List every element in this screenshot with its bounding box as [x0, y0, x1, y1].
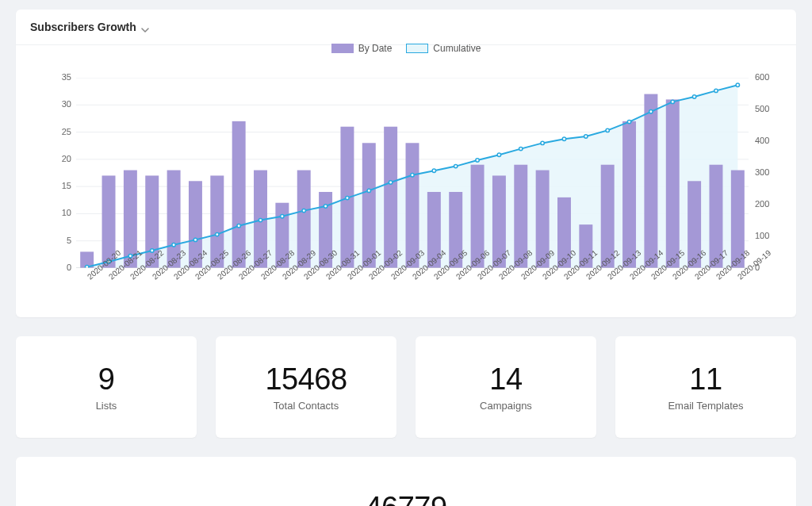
- y-right-tick: 300: [755, 167, 769, 177]
- svg-point-58: [476, 159, 479, 162]
- chart-header[interactable]: Subscribers Growth: [16, 10, 796, 45]
- stat-value: 9: [98, 362, 115, 397]
- svg-point-68: [692, 95, 695, 98]
- svg-point-57: [454, 164, 458, 167]
- svg-point-63: [584, 135, 588, 138]
- y-right-tick: 100: [755, 231, 769, 240]
- y-right-tick: 200: [755, 199, 769, 209]
- svg-point-47: [237, 224, 240, 228]
- y-left-tick: 10: [48, 208, 71, 217]
- chart-legend: By Date Cumulative: [16, 43, 796, 54]
- subscribers-growth-card: Subscribers Growth By Date Cumulative 05…: [16, 10, 796, 317]
- svg-point-53: [367, 189, 370, 192]
- svg-point-69: [714, 89, 718, 92]
- svg-point-51: [324, 205, 327, 208]
- legend-label: Cumulative: [433, 43, 481, 54]
- chart-title: Subscribers Growth: [30, 21, 136, 33]
- legend-swatch-line: [406, 44, 428, 53]
- y-left-tick: 0: [48, 263, 71, 272]
- stat-lists[interactable]: 9 Lists: [16, 336, 197, 438]
- y-left-tick: 5: [48, 236, 71, 245]
- svg-point-55: [411, 174, 414, 177]
- y-left-tick: 35: [48, 72, 71, 82]
- svg-point-60: [519, 147, 523, 150]
- svg-point-44: [172, 243, 175, 247]
- stat-value: 11: [689, 362, 722, 397]
- svg-point-70: [736, 83, 739, 86]
- stat-value: 15468: [265, 362, 347, 397]
- y-right-tick: 500: [755, 104, 769, 113]
- legend-by-date[interactable]: By Date: [331, 43, 393, 54]
- svg-point-56: [432, 169, 435, 172]
- svg-point-48: [259, 218, 262, 221]
- svg-point-43: [151, 249, 154, 252]
- svg-point-54: [389, 181, 392, 184]
- stat-label: Lists: [96, 400, 117, 412]
- y-left-tick: 25: [48, 127, 71, 136]
- stats-row: 9 Lists 15468 Total Contacts 14 Campaign…: [16, 336, 796, 438]
- stat-email-templates[interactable]: 11 Email Templates: [615, 336, 796, 438]
- svg-point-46: [216, 232, 219, 236]
- x-axis-labels: 2020-08-202020-08-212020-08-222020-08-23…: [76, 271, 749, 311]
- svg-point-64: [606, 128, 609, 132]
- legend-cumulative[interactable]: Cumulative: [406, 43, 481, 54]
- svg-point-59: [497, 153, 500, 156]
- chart-plot: [76, 78, 749, 268]
- stat-total-contacts[interactable]: 15468 Total Contacts: [216, 336, 396, 438]
- stat-value: 14: [489, 362, 522, 397]
- svg-point-49: [281, 215, 284, 218]
- stat-label: Total Contacts: [274, 400, 339, 412]
- svg-point-61: [541, 141, 544, 144]
- svg-point-62: [562, 137, 565, 140]
- svg-point-67: [671, 100, 674, 103]
- stat-campaigns[interactable]: 14 Campaigns: [416, 336, 596, 438]
- svg-point-40: [85, 266, 88, 268]
- svg-point-45: [193, 238, 197, 241]
- svg-point-50: [302, 209, 305, 212]
- svg-rect-36: [666, 99, 680, 268]
- y-right-tick: 600: [755, 72, 769, 82]
- legend-swatch-bar: [331, 44, 354, 53]
- chevron-down-icon: [141, 23, 149, 31]
- y-left-tick: 30: [48, 99, 71, 109]
- stat-value: 46779: [365, 491, 446, 507]
- svg-rect-22: [362, 143, 376, 268]
- svg-point-65: [627, 120, 630, 123]
- y-left-tick: 20: [48, 154, 71, 163]
- svg-rect-35: [644, 94, 657, 268]
- svg-rect-16: [232, 121, 246, 268]
- stat-label: Email Templates: [668, 400, 743, 412]
- svg-rect-23: [384, 127, 397, 268]
- legend-label: By Date: [358, 43, 393, 54]
- stats-row-2: 46779: [16, 457, 796, 506]
- svg-rect-24: [406, 143, 419, 268]
- svg-point-66: [649, 110, 653, 113]
- y-left-tick: 15: [48, 181, 71, 190]
- stat-next[interactable]: 46779: [16, 457, 796, 506]
- svg-point-52: [346, 196, 349, 199]
- svg-rect-34: [622, 121, 636, 268]
- stat-label: Campaigns: [480, 400, 532, 412]
- y-right-tick: 400: [755, 136, 769, 145]
